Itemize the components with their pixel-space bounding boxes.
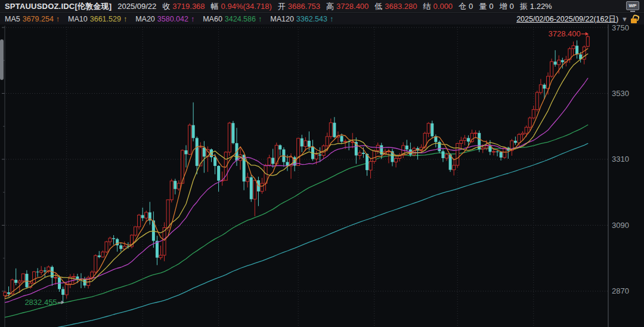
svg-text:3310: 3310 bbox=[612, 155, 629, 164]
svg-text:3750: 3750 bbox=[612, 24, 629, 32]
ma20-line bbox=[5, 78, 588, 303]
up-arrow-icon: ↑ bbox=[191, 15, 194, 23]
symbol-title: SPTAUUSDOZ.IDC[伦敦金现] bbox=[5, 1, 112, 12]
ma10-legend: MA103661.529↑ bbox=[68, 15, 127, 23]
ma20-legend: MA203580.042↑ bbox=[135, 15, 194, 23]
quote-field-amplitude: 振1.22% bbox=[520, 1, 552, 12]
quote-field-settle: 结0.000 bbox=[423, 1, 453, 12]
quote-field-volume: 量0 bbox=[479, 1, 493, 12]
quote-field-high: 高3728.400 bbox=[326, 1, 369, 12]
quote-field-close: 收3719.368 bbox=[162, 1, 205, 12]
ma120-line bbox=[5, 143, 588, 327]
ma-toolbar: MA53679.254↑ MA103661.529↑ MA203580.042↑… bbox=[0, 14, 644, 24]
ma5-line bbox=[5, 48, 588, 296]
wp-monitor-icon[interactable]: WP bbox=[626, 1, 639, 12]
quote-field-position: 仓0 bbox=[459, 1, 473, 12]
left-scrollbar-thumb[interactable] bbox=[0, 39, 4, 80]
high-annotation: 3728.400 bbox=[549, 29, 589, 38]
date-range-selector[interactable]: 2025/02/06-2025/09/22(162日) bbox=[516, 14, 618, 24]
chevron-down-icon[interactable]: ▼ bbox=[621, 16, 628, 23]
quote-field-change: 幅0.94%(34.718) bbox=[211, 1, 272, 12]
candlestick-chart[interactable]: 37503530331030902870 3728.400 2832.455 bbox=[0, 24, 644, 327]
up-arrow-icon: ↑ bbox=[330, 15, 333, 23]
right-axis: 37503530331030902870 bbox=[608, 24, 629, 327]
quote-field-low: 低3683.280 bbox=[374, 1, 417, 12]
up-arrow-icon: ↑ bbox=[56, 15, 60, 23]
svg-text:2870: 2870 bbox=[612, 286, 629, 295]
quote-header: SPTAUUSDOZ.IDC[伦敦金现] 2025/09/22 收3719.36… bbox=[0, 0, 644, 13]
ma60-legend: MA603424.586↑ bbox=[203, 15, 262, 23]
chart-window: SPTAUUSDOZ.IDC[伦敦金现] 2025/09/22 收3719.36… bbox=[0, 0, 644, 327]
svg-text:3530: 3530 bbox=[612, 89, 629, 98]
low-annotation: 2832.455 bbox=[24, 298, 64, 307]
quote-date: 2025/09/22 bbox=[117, 2, 156, 11]
unlock-icon[interactable] bbox=[631, 15, 639, 23]
up-arrow-icon: ↑ bbox=[123, 15, 127, 23]
grid-layer bbox=[6, 27, 608, 326]
svg-text:2832.455: 2832.455 bbox=[24, 298, 57, 307]
svg-text:3728.400: 3728.400 bbox=[549, 29, 581, 38]
candles-layer bbox=[4, 34, 589, 303]
quote-field-increase: 增0 bbox=[500, 1, 514, 12]
quote-field-open: 开3686.753 bbox=[278, 1, 320, 12]
up-arrow-icon: ↑ bbox=[258, 15, 262, 23]
ma5-legend: MA53679.254↑ bbox=[5, 15, 60, 23]
svg-text:3090: 3090 bbox=[612, 221, 629, 230]
ma120-legend: MA1203362.543↑ bbox=[270, 15, 333, 23]
ma10-line bbox=[5, 54, 588, 298]
